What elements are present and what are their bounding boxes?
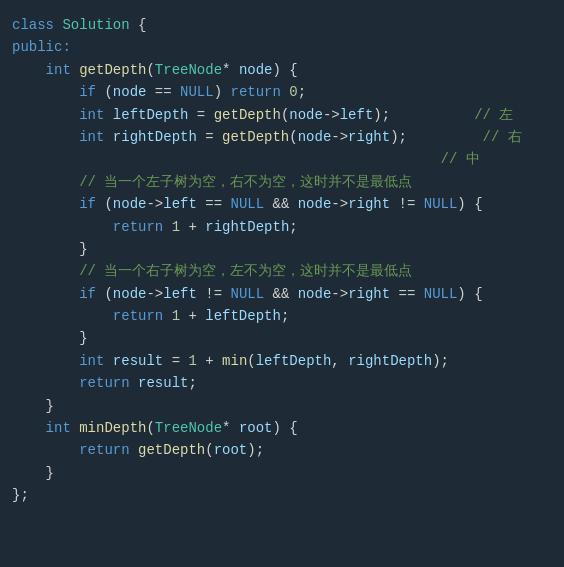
token: 1 bbox=[172, 308, 180, 324]
code-line: int getDepth(TreeNode* node) { bbox=[0, 59, 564, 81]
line-content: int getDepth(TreeNode* node) { bbox=[12, 59, 552, 81]
line-content: return getDepth(root); bbox=[12, 439, 552, 461]
token: -> bbox=[331, 129, 348, 145]
code-line: } bbox=[0, 395, 564, 417]
line-content: int leftDepth = getDepth(node->left); //… bbox=[12, 104, 552, 126]
token: result bbox=[138, 375, 188, 391]
token: right bbox=[348, 196, 390, 212]
token: ( bbox=[146, 420, 154, 436]
token: -> bbox=[331, 196, 348, 212]
token: ) { bbox=[457, 196, 482, 212]
code-line: int result = 1 + min(leftDepth, rightDep… bbox=[0, 350, 564, 372]
token: + bbox=[180, 308, 205, 324]
token: left bbox=[163, 196, 197, 212]
token: getDepth bbox=[138, 442, 205, 458]
token: 1 bbox=[172, 219, 180, 235]
code-line: return 1 + rightDepth; bbox=[0, 216, 564, 238]
token: node bbox=[289, 107, 323, 123]
token: leftDepth bbox=[256, 353, 332, 369]
code-line: int rightDepth = getDepth(node->right); … bbox=[0, 126, 564, 148]
token: ) bbox=[214, 84, 231, 100]
token: NULL bbox=[424, 286, 458, 302]
token: * bbox=[222, 420, 239, 436]
code-line: if (node->left == NULL && node->right !=… bbox=[0, 193, 564, 215]
token: , bbox=[331, 353, 348, 369]
token: NULL bbox=[424, 196, 458, 212]
code-line: int minDepth(TreeNode* root) { bbox=[0, 417, 564, 439]
token: return bbox=[113, 308, 172, 324]
token: // 左 bbox=[390, 107, 513, 123]
token: ( bbox=[104, 196, 112, 212]
token: ( bbox=[104, 286, 112, 302]
token: if bbox=[79, 84, 104, 100]
token: root bbox=[239, 420, 273, 436]
token: = bbox=[197, 129, 222, 145]
token: return bbox=[79, 442, 138, 458]
line-content: int result = 1 + min(leftDepth, rightDep… bbox=[12, 350, 552, 372]
token: ( bbox=[247, 353, 255, 369]
code-line: // 当一个右子树为空，左不为空，这时并不是最低点 bbox=[0, 260, 564, 282]
token: int bbox=[79, 107, 113, 123]
token: ( bbox=[104, 84, 112, 100]
token: NULL bbox=[230, 286, 264, 302]
token: int bbox=[46, 62, 80, 78]
line-content: return 1 + leftDepth; bbox=[12, 305, 552, 327]
token: left bbox=[163, 286, 197, 302]
token: min bbox=[222, 353, 247, 369]
code-line: public: bbox=[0, 36, 564, 58]
token: node bbox=[298, 129, 332, 145]
code-line: int leftDepth = getDepth(node->left); //… bbox=[0, 104, 564, 126]
code-line: class Solution { bbox=[0, 14, 564, 36]
code-line: if (node == NULL) return 0; bbox=[0, 81, 564, 103]
line-content: // 当一个右子树为空，左不为空，这时并不是最低点 bbox=[12, 260, 552, 282]
token: ; bbox=[281, 308, 289, 324]
token: int bbox=[79, 353, 113, 369]
line-content: class Solution { bbox=[12, 14, 552, 36]
token: leftDepth bbox=[205, 308, 281, 324]
line-content: int minDepth(TreeNode* root) { bbox=[12, 417, 552, 439]
line-content: return result; bbox=[12, 372, 552, 394]
token: ); bbox=[432, 353, 449, 369]
line-content: } bbox=[12, 238, 552, 260]
token: ( bbox=[146, 62, 154, 78]
line-content: return 1 + rightDepth; bbox=[12, 216, 552, 238]
code-line: return getDepth(root); bbox=[0, 439, 564, 461]
token: != bbox=[390, 196, 424, 212]
token: if bbox=[79, 196, 104, 212]
token: -> bbox=[146, 196, 163, 212]
token: // 右 bbox=[407, 129, 522, 145]
token: minDepth bbox=[79, 420, 146, 436]
token: right bbox=[348, 129, 390, 145]
token: ); bbox=[247, 442, 264, 458]
line-content: public: bbox=[12, 36, 552, 58]
token: return bbox=[230, 84, 289, 100]
token: -> bbox=[331, 286, 348, 302]
token: ; bbox=[188, 375, 196, 391]
token: } bbox=[46, 465, 54, 481]
token: != bbox=[197, 286, 231, 302]
token: ; bbox=[298, 84, 306, 100]
code-line: if (node->left != NULL && node->right ==… bbox=[0, 283, 564, 305]
code-line: // 当一个左子树为空，右不为空，这时并不是最低点 bbox=[0, 171, 564, 193]
token: } bbox=[79, 330, 87, 346]
token: }; bbox=[12, 487, 29, 503]
line-content: if (node->left == NULL && node->right !=… bbox=[12, 193, 552, 215]
line-content: } bbox=[12, 327, 552, 349]
token: ; bbox=[289, 219, 297, 235]
code-line: } bbox=[0, 238, 564, 260]
token: -> bbox=[323, 107, 340, 123]
line-content: // 中 bbox=[12, 148, 552, 170]
token: -> bbox=[146, 286, 163, 302]
code-block: class Solution {public: int getDepth(Tre… bbox=[0, 10, 564, 511]
token: if bbox=[79, 286, 104, 302]
token: && bbox=[264, 286, 298, 302]
token: getDepth bbox=[214, 107, 281, 123]
token: result bbox=[113, 353, 163, 369]
token: NULL bbox=[230, 196, 264, 212]
line-content: if (node->left != NULL && node->right ==… bbox=[12, 283, 552, 305]
token: == bbox=[146, 84, 180, 100]
token: rightDepth bbox=[348, 353, 432, 369]
token: rightDepth bbox=[205, 219, 289, 235]
line-content: }; bbox=[12, 484, 552, 506]
code-line: }; bbox=[0, 484, 564, 506]
